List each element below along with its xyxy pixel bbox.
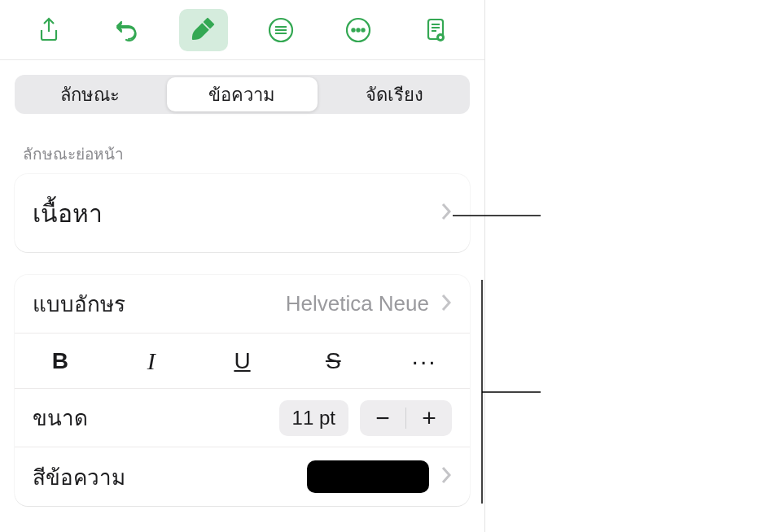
text-format-card: แบบอักษร Helvetica Neue B I U S ··· ขนาด… bbox=[15, 275, 470, 506]
strikethrough-button[interactable]: S bbox=[287, 334, 379, 388]
text-style-row: B I U S ··· bbox=[15, 334, 470, 389]
size-stepper: − + bbox=[360, 400, 452, 436]
chevron-right-icon bbox=[440, 203, 452, 224]
format-brush-icon bbox=[190, 16, 217, 44]
text-color-swatch[interactable] bbox=[307, 460, 429, 493]
paragraph-style-value: เนื้อหา bbox=[33, 194, 429, 233]
undo-icon bbox=[112, 16, 140, 44]
more-text-options-button[interactable]: ··· bbox=[379, 334, 470, 388]
insert-button[interactable] bbox=[256, 9, 305, 51]
text-color-label: สีข้อความ bbox=[33, 460, 307, 494]
page-view-icon bbox=[422, 16, 449, 44]
underline-button[interactable]: U bbox=[197, 334, 288, 388]
paragraph-style-row[interactable]: เนื้อหา bbox=[15, 174, 470, 252]
font-row[interactable]: แบบอักษร Helvetica Neue bbox=[15, 275, 470, 334]
view-button[interactable] bbox=[411, 9, 460, 51]
chevron-right-icon bbox=[440, 294, 452, 315]
inspector-tabs: ลักษณะ ข้อความ จัดเรียง bbox=[0, 60, 484, 114]
size-row: ขนาด 11 pt − + bbox=[15, 389, 470, 447]
svg-point-4 bbox=[362, 28, 365, 31]
size-value[interactable]: 11 pt bbox=[279, 400, 348, 436]
font-label: แบบอักษร bbox=[33, 287, 286, 321]
size-increase-button[interactable]: + bbox=[406, 400, 452, 436]
size-decrease-button[interactable]: − bbox=[360, 400, 405, 436]
more-button[interactable] bbox=[334, 9, 383, 51]
callout-lines bbox=[453, 0, 762, 532]
format-button[interactable] bbox=[179, 9, 228, 51]
top-toolbar bbox=[0, 0, 484, 60]
format-inspector-panel: ลักษณะ ข้อความ จัดเรียง ลักษณะย่อหน้า เน… bbox=[0, 0, 485, 532]
italic-button[interactable]: I bbox=[106, 334, 197, 388]
share-button[interactable] bbox=[24, 9, 73, 51]
font-value: Helvetica Neue bbox=[286, 291, 429, 316]
share-icon bbox=[35, 16, 63, 44]
bold-button[interactable]: B bbox=[15, 334, 106, 388]
undo-button[interactable] bbox=[102, 9, 151, 51]
chevron-right-icon bbox=[440, 466, 452, 487]
tab-style[interactable]: ลักษณะ bbox=[15, 75, 164, 114]
tab-arrange[interactable]: จัดเรียง bbox=[320, 75, 470, 114]
svg-point-3 bbox=[357, 28, 360, 31]
insert-icon bbox=[267, 16, 295, 44]
inspector-content: ลักษณะย่อหน้า เนื้อหา แบบอักษร Helvetica… bbox=[0, 114, 484, 506]
paragraph-style-section-label: ลักษณะย่อหน้า bbox=[23, 142, 470, 166]
more-circle-icon bbox=[344, 16, 372, 44]
svg-point-2 bbox=[353, 28, 355, 31]
size-label: ขนาด bbox=[33, 401, 279, 434]
paragraph-style-card: เนื้อหา bbox=[15, 174, 470, 252]
text-color-row[interactable]: สีข้อความ bbox=[15, 447, 470, 506]
tab-text[interactable]: ข้อความ bbox=[167, 77, 317, 111]
svg-point-7 bbox=[439, 36, 442, 39]
